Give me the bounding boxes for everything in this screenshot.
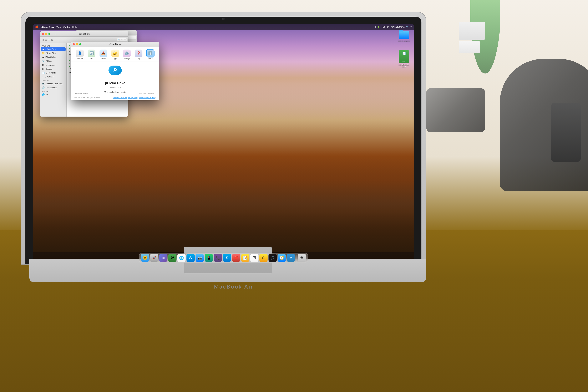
- finder-back[interactable]: ‹: [53, 33, 54, 35]
- pcloud-min-btn[interactable]: [76, 43, 78, 45]
- finder-close-btn[interactable]: [42, 33, 44, 35]
- crypto-label: Crypto: [113, 58, 118, 60]
- pcloud-footer: 2016 © pCloud AG. All Rights Reserved. T…: [71, 95, 159, 100]
- all-files-icon: 📁: [42, 52, 45, 54]
- dock-spotify[interactable]: 🎵: [268, 254, 277, 262]
- pcloud-max-btn[interactable]: [79, 43, 81, 45]
- dock-whatsapp[interactable]: 📱: [205, 254, 213, 262]
- sidebar-remote-disc-label: Remote Disc: [46, 86, 57, 89]
- sidebar-downloads-label: Downloads: [45, 76, 54, 78]
- sidebar-item-pcloud[interactable]: ☁ pCloud Drive: [41, 47, 66, 51]
- desktop-pdf-file[interactable]: 📄 edit_15minute-1.pdf: [397, 50, 410, 68]
- screen-bezel: 🍎 pCloud Drive View Window Help ⊙ 🔋 4:26…: [26, 16, 422, 264]
- sidebar-item-all-files[interactable]: 📁 All My Files: [40, 51, 66, 55]
- sync-dot: [69, 60, 70, 61]
- pdf-icon-image: 📄: [399, 50, 409, 63]
- menubar-view[interactable]: View: [56, 26, 61, 28]
- macbook-icon: 💻: [42, 82, 45, 85]
- sidebar-item-remote-disc[interactable]: 💿 Remote Disc: [40, 86, 66, 90]
- pcloud-copyright: 2016 © pCloud AG. All Rights Reserved.: [74, 97, 100, 98]
- sidebar-item-airdrop[interactable]: 📡 AirDrop: [40, 59, 66, 63]
- column-view-btn[interactable]: ⊟: [48, 38, 50, 42]
- menubar-help[interactable]: Help: [72, 26, 77, 28]
- dock-finder[interactable]: 😊: [141, 254, 149, 262]
- sidebar-item-all-shared[interactable]: 🌐 All...: [40, 92, 66, 96]
- crypto-icon: 🔐: [111, 50, 119, 57]
- mountain-overlay: [33, 150, 414, 252]
- dock-viber[interactable]: 📞: [214, 254, 222, 262]
- finder-max-btn[interactable]: [48, 33, 50, 35]
- download-status-text: Everything Downloaded: [139, 92, 155, 94]
- pcloud-tool-account[interactable]: 👤 Account: [76, 50, 84, 60]
- folder-label: work in progress: [398, 40, 410, 42]
- pcloud-titlebar: pCloud Drive: [71, 42, 159, 47]
- dock-launchpad[interactable]: 🚀: [150, 254, 158, 262]
- sidebar-airdrop-label: AirDrop: [46, 60, 52, 62]
- dock-stickies[interactable]: 🗒: [260, 254, 268, 262]
- dock-facetime[interactable]: 📷: [196, 254, 204, 262]
- menu-icon[interactable]: ≡: [410, 26, 412, 28]
- dock-skype[interactable]: S: [186, 254, 195, 262]
- dock-chrome[interactable]: 🌐: [178, 254, 186, 262]
- menubar-window[interactable]: Window: [63, 26, 70, 28]
- sidebar-item-icloud[interactable]: ☁ iCloud Drive: [40, 55, 66, 59]
- desktop-icon: 🖥: [42, 68, 44, 70]
- apple-menu[interactable]: 🍎: [35, 25, 38, 28]
- camera-lens: [426, 88, 485, 132]
- about-label: About: [148, 58, 152, 60]
- pcloud-tool-help[interactable]: ❓ Help: [135, 50, 142, 60]
- desktop-folder-workprogress[interactable]: work in progress: [398, 31, 410, 42]
- finder-titlebar: ‹ › pCloud Drive: [40, 31, 128, 36]
- upload-icon: ↑: [74, 92, 75, 94]
- dock-skype2[interactable]: S: [223, 254, 231, 262]
- dock-reminders[interactable]: ☑: [250, 254, 258, 262]
- macbook-lid: 🍎 pCloud Drive View Window Help ⊙ 🔋 4:26…: [20, 12, 426, 264]
- ip-policy-link[interactable]: Intellectual Property Policy: [139, 97, 156, 98]
- sidebar-item-macbook[interactable]: 💻 Vanina's MacBook...: [40, 82, 66, 86]
- pcloud-tool-sync[interactable]: 🔄 Sync: [88, 50, 96, 60]
- sidebar-shared-label: All...: [46, 94, 50, 96]
- pcloud-tool-about[interactable]: ℹ️ About: [146, 50, 154, 60]
- privacy-link[interactable]: Privacy Policy: [128, 97, 138, 98]
- dock-app8[interactable]: 🔴: [232, 254, 240, 262]
- sidebar-documents-label: Documents: [46, 72, 56, 74]
- menubar-right: ⊙ 🔋 4:26 PM Vanina Ivanova 🔍 ≡: [374, 26, 412, 28]
- search-placeholder: Search: [121, 39, 126, 41]
- icon-view-btn[interactable]: ⊞: [42, 38, 44, 42]
- pcloud-logo: P: [108, 66, 122, 79]
- dock-trash[interactable]: 🗑: [298, 254, 306, 262]
- dock-pcloud[interactable]: P: [287, 254, 295, 262]
- sidebar-item-downloads[interactable]: ⬇ Downloads: [40, 75, 66, 79]
- dock-maps[interactable]: 🗺: [168, 254, 176, 262]
- terms-link[interactable]: Terms and Conditions: [112, 97, 127, 98]
- finder-forward[interactable]: ›: [55, 33, 56, 35]
- dock: 😊 🚀 ◎ 🗺 🌐: [139, 253, 308, 263]
- pcloud-footer-links: Terms and Conditions Privacy Policy Inte…: [112, 97, 156, 98]
- pcloud-logo-letter: P: [113, 67, 117, 74]
- sidebar-item-desktop[interactable]: 🖥 Desktop: [40, 67, 66, 71]
- list-view-btn[interactable]: ☰: [45, 38, 47, 42]
- sidebar-all-files-label: All My Files: [46, 52, 56, 54]
- headphones: [456, 59, 588, 235]
- finder-search[interactable]: 🔍 Search: [117, 38, 127, 42]
- pcloud-tool-crypto[interactable]: 🔐 Crypto: [111, 50, 119, 60]
- finder-min-btn[interactable]: [45, 33, 47, 35]
- dock-notes[interactable]: 📝: [241, 254, 250, 262]
- sidebar-item-applications[interactable]: ⚙ Applications: [40, 63, 66, 67]
- dock-siri[interactable]: ◎: [159, 254, 168, 262]
- settings-icon: ⚙️: [123, 50, 131, 57]
- search-icon[interactable]: 🔍: [406, 26, 409, 28]
- wifi-icon: ⊙: [374, 26, 376, 28]
- pcloud-dialog[interactable]: pCloud Drive 👤 Account 🔄: [71, 42, 159, 100]
- menubar-app-name[interactable]: pCloud Drive: [41, 26, 54, 28]
- cover-view-btn[interactable]: ⧉: [51, 38, 53, 41]
- sidebar-applications-label: Applications: [45, 64, 56, 66]
- pcloud-close-btn[interactable]: [73, 43, 75, 45]
- upload-status-text: Everything Uploaded: [75, 92, 89, 94]
- pcloud-app-name: pCloud Drive: [105, 81, 125, 85]
- menubar-user[interactable]: Vanina Ivanova: [390, 26, 404, 28]
- dock-navigation[interactable]: 🧭: [278, 254, 286, 262]
- pcloud-tool-shares[interactable]: 📤 Shares: [100, 50, 107, 60]
- sidebar-item-documents[interactable]: 📄 Documents: [40, 71, 66, 75]
- pcloud-tool-settings[interactable]: ⚙️ Settings: [123, 50, 131, 60]
